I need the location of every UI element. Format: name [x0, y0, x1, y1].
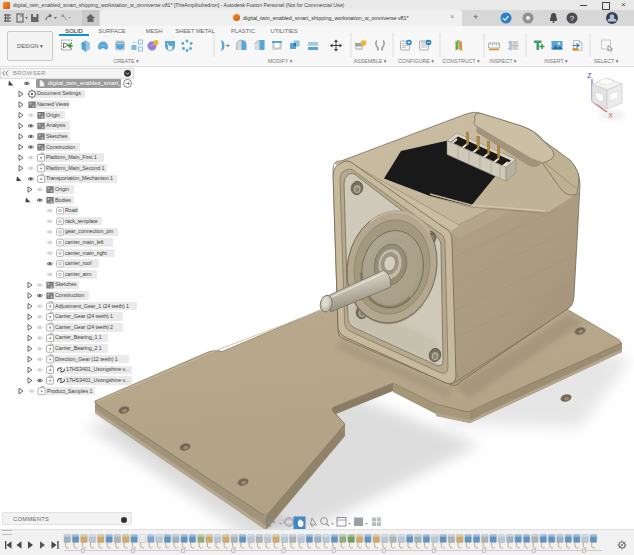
svg-text:X: X [608, 112, 613, 119]
svg-text:?: ? [570, 14, 575, 23]
svg-text:Z: Z [587, 72, 592, 79]
